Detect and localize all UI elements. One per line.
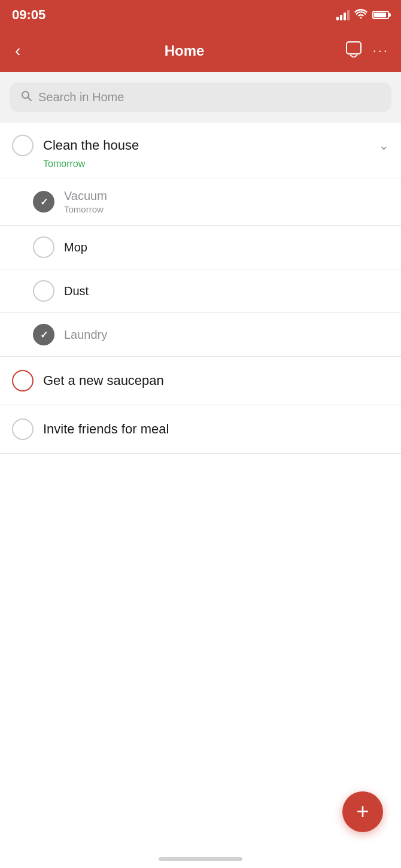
subtask-content-mop: Mop <box>64 241 87 254</box>
subtask-mop[interactable]: Mop <box>0 226 401 269</box>
chevron-down-icon[interactable]: ⌄ <box>379 138 389 153</box>
task-checkbox-dust[interactable] <box>33 280 54 302</box>
task-invite-friends[interactable]: Invite friends for meal <box>0 405 401 454</box>
task-checkbox-saucepan[interactable] <box>12 370 34 391</box>
task-checkbox-clean-house[interactable] <box>12 135 34 156</box>
task-title-clean-house: Clean the house <box>43 138 139 153</box>
status-time: 09:05 <box>12 7 45 23</box>
app-header: ‹ Home ··· <box>0 30 401 72</box>
subtask-content-dust: Dust <box>64 284 89 298</box>
add-task-button[interactable]: + <box>342 791 383 832</box>
status-icons <box>336 9 389 22</box>
task-date-clean-house: Tomorrow <box>12 159 389 178</box>
home-indicator <box>159 857 242 861</box>
task-checkbox-invite-friends[interactable] <box>12 418 34 440</box>
subtask-title-dust: Dust <box>64 284 89 298</box>
page-title: Home <box>165 43 205 59</box>
task-checkbox-vacuum[interactable] <box>33 191 54 213</box>
subtask-title-mop: Mop <box>64 241 87 254</box>
task-saucepan[interactable]: Get a new saucepan <box>0 357 401 405</box>
back-button[interactable]: ‹ <box>12 40 23 62</box>
task-checkbox-laundry[interactable] <box>33 324 54 345</box>
task-title-invite-friends: Invite friends for meal <box>43 421 169 437</box>
svg-rect-0 <box>347 42 361 54</box>
parent-task-clean-house[interactable]: Clean the house ⌄ Tomorrow <box>0 123 401 178</box>
chat-icon[interactable] <box>345 41 362 61</box>
search-icon <box>20 90 32 105</box>
subtask-vacuum[interactable]: Vacuum Tomorrow <box>0 178 401 226</box>
signal-icon <box>336 10 350 20</box>
subtask-content-vacuum: Vacuum Tomorrow <box>64 189 107 214</box>
svg-line-2 <box>28 98 32 101</box>
task-title-saucepan: Get a new saucepan <box>43 373 164 389</box>
header-actions: ··· <box>345 41 389 61</box>
battery-icon <box>372 11 389 19</box>
task-checkbox-mop[interactable] <box>33 236 54 258</box>
subtask-title-laundry: Laundry <box>64 328 107 342</box>
more-icon[interactable]: ··· <box>373 43 389 59</box>
subtask-container: Vacuum Tomorrow Mop Dust Laundry <box>0 178 401 357</box>
subtask-title-vacuum: Vacuum <box>64 189 107 203</box>
task-list: Clean the house ⌄ Tomorrow Vacuum Tomorr… <box>0 123 401 454</box>
status-bar: 09:05 <box>0 0 401 30</box>
subtask-laundry[interactable]: Laundry <box>0 313 401 356</box>
search-container: Search in Home <box>0 72 401 123</box>
search-placeholder: Search in Home <box>38 90 124 104</box>
wifi-icon <box>354 9 367 22</box>
plus-icon: + <box>356 801 369 823</box>
subtask-date-vacuum: Tomorrow <box>64 204 107 214</box>
subtask-content-laundry: Laundry <box>64 328 107 342</box>
subtask-dust[interactable]: Dust <box>0 269 401 313</box>
search-bar[interactable]: Search in Home <box>10 83 391 112</box>
